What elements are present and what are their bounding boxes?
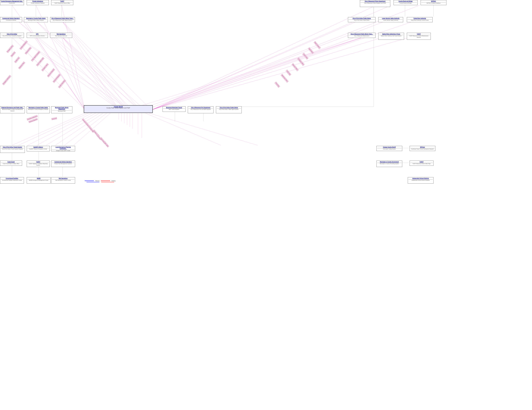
- svg-line-39: [145, 37, 363, 110]
- node-marb[interactable]: MARB MARB Emergency Management Center: [27, 177, 51, 184]
- svg-line-24: [63, 37, 132, 110]
- svg-line-7: [12, 37, 85, 110]
- node-orange-county-sheriff[interactable]: Orange County Sheriff Automated Calling …: [376, 146, 402, 151]
- svg-line-62: [12, 113, 85, 145]
- legend-line-red: [101, 181, 110, 181]
- connection-lines: [0, 0, 532, 410]
- node-sabine-river[interactable]: Sabine River Authority of Texas Sabine R…: [378, 33, 404, 40]
- svg-line-26: [63, 37, 144, 110]
- node-orange-county-lepc[interactable]: Local Emergency Planning Communit... Ora…: [51, 146, 75, 151]
- node-municipal-pwd[interactable]: Municipal Public Works Department Munici…: [51, 106, 72, 113]
- node-coast-guard[interactable]: Coast Guard Coast Guard Marine Safety Of…: [0, 161, 22, 166]
- node-dps[interactable]: DPS DPS Communications Service: [27, 33, 48, 38]
- node-independent-school[interactable]: Independent School Districts Independent…: [408, 177, 434, 184]
- node-private-ambulance[interactable]: Private Ambulance Private Ambulance Disp…: [27, 0, 49, 5]
- node-trinity-river[interactable]: Trinity River Authority Trinity River Au…: [407, 17, 433, 22]
- svg-line-56: [64, 113, 107, 145]
- legend-line-blue: [85, 181, 94, 181]
- legend-label-red: Existing: [112, 180, 115, 181]
- node-hazmat-alliance[interactable]: HazMAT Alliance HazMAT Alliance Emergenc…: [27, 146, 50, 151]
- svg-line-13: [153, 6, 374, 110]
- svg-line-9: [62, 37, 85, 110]
- svg-line-20: [153, 35, 391, 110]
- svg-line-21: [153, 35, 420, 110]
- svg-line-36: [63, 22, 140, 110]
- node-beaumont-maintenance[interactable]: City of Beaumont Public Works Trans... C…: [348, 33, 376, 38]
- svg-line-18: [153, 19, 421, 110]
- svg-line-60: [28, 113, 92, 145]
- node-county-ema[interactable]: County Emergency Management Age... Count…: [0, 0, 24, 5]
- node-county-sheriff[interactable]: County Sheriff County Public Safety Disp…: [84, 105, 153, 113]
- node-port-arthur-transit[interactable]: City of Port Arthur Transit System City …: [0, 146, 25, 153]
- node-correctional[interactable]: Correctional Facilities Correctional Fac…: [0, 177, 24, 184]
- node-txdot-web[interactable]: TxDOT TxDOT Beaumont District Web Page: [409, 161, 434, 166]
- svg-line-8: [36, 37, 85, 110]
- node-county-road-bridge[interactable]: County Road and Bridge County Road and B…: [394, 0, 418, 5]
- node-rail-operations[interactable]: Rail Operations Rail Operators Rail Cars: [50, 33, 72, 38]
- svg-line-27: [37, 22, 119, 110]
- node-commercial-vehicles[interactable]: Commercial Vehicle Operators Commercial …: [0, 17, 22, 22]
- node-rail-ops-centers[interactable]: Rail Operations Rail Operations Centers …: [51, 177, 75, 184]
- node-setrans[interactable]: SETrans Southeast Texas Transit Particip…: [409, 146, 435, 151]
- node-setrac[interactable]: SETRAC SETRAC Accident Database: [421, 0, 446, 5]
- node-beaumont-transit[interactable]: Beaumont Municipal Transit BMT Transit D…: [162, 106, 186, 112]
- node-fort-arthur[interactable]: City of Fort Arthur City of Port Arthur …: [0, 33, 24, 38]
- node-commercial-fleet[interactable]: Commercial Vehicle Operators Private Fle…: [51, 161, 75, 167]
- node-beaumont-police[interactable]: City of Beaumont Police Department City …: [360, 0, 390, 7]
- svg-line-32: [19, 37, 119, 110]
- node-beaumont-traffic[interactable]: City of Beaumont Public Works Trans... C…: [50, 17, 75, 22]
- svg-line-33: [19, 37, 129, 110]
- node-municipal-public-safety[interactable]: Municipal or County Public Safety Munici…: [24, 17, 48, 22]
- node-port-arthur-traffic[interactable]: City of Port Arthur Public Works City of…: [216, 106, 242, 113]
- svg-line-23: [63, 37, 125, 110]
- svg-line-35: [63, 22, 129, 110]
- svg-line-22: [63, 37, 119, 110]
- node-regional-emergency[interactable]: Regional Emergency and Public Safe... Be…: [0, 106, 25, 113]
- node-txdot-maintenance[interactable]: TxDOT TxDOT Beaumont District Maintenanc…: [407, 33, 431, 40]
- svg-line-40: [138, 37, 363, 110]
- svg-line-41: [129, 37, 363, 110]
- node-municipal-county-emergency[interactable]: Municipal or County Public Safety Munici…: [27, 106, 50, 113]
- svg-line-25: [63, 37, 138, 110]
- svg-line-17: [153, 19, 391, 110]
- diagram-container: County Emergency Management Age... Count…: [0, 0, 532, 410]
- node-txdot-highway[interactable]: TxDOT TxDOT Highway Conditions Reporting…: [27, 161, 50, 167]
- node-lower-neches[interactable]: Lower Neches Valley Authority Lower Nech…: [378, 17, 403, 22]
- legend-label-blue: Planned: [95, 180, 99, 181]
- node-municipal-permitting[interactable]: Municipal or County Government Municipal…: [376, 161, 402, 167]
- svg-line-65: [145, 113, 221, 145]
- svg-line-59: [37, 113, 96, 145]
- svg-line-19: [153, 35, 363, 110]
- node-txdot-beaumont[interactable]: TxDOT TxDOT Beaumont District Office: [51, 0, 73, 5]
- svg-line-16: [153, 19, 363, 110]
- node-port-arthur-pw[interactable]: City of Port Arthur Public Works City of…: [348, 17, 376, 22]
- node-beaumont-fire[interactable]: City of Beaumont Fire Department City of…: [188, 106, 214, 113]
- legend: Planned Existing: [85, 180, 115, 181]
- svg-line-38: [153, 37, 363, 110]
